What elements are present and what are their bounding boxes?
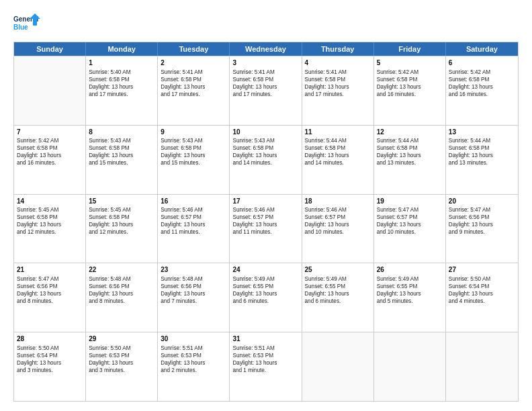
day-info-line: Sunrise: 5:46 AM: [232, 206, 298, 214]
day-info-line: Sunrise: 5:50 AM: [17, 345, 83, 352]
day-info-line: Daylight: 13 hours: [232, 290, 298, 298]
day-number: 7: [17, 128, 83, 137]
day-info-line: and 15 minutes.: [161, 159, 226, 167]
day-cell-16: 16Sunrise: 5:46 AMSunset: 6:57 PMDayligh…: [158, 195, 230, 263]
day-cell-31: 31Sunrise: 5:51 AMSunset: 6:53 PMDayligh…: [230, 332, 302, 401]
day-info-line: and 3 minutes.: [17, 367, 83, 374]
day-number: 6: [449, 58, 515, 68]
day-info-line: Sunrise: 5:41 AM: [161, 68, 226, 76]
day-info-line: and 12 minutes.: [17, 228, 83, 236]
day-info-line: Daylight: 13 hours: [89, 359, 154, 367]
day-info-line: Daylight: 13 hours: [17, 290, 83, 298]
day-info-line: Sunset: 6:58 PM: [161, 76, 226, 83]
day-cell-29: 29Sunrise: 5:50 AMSunset: 6:53 PMDayligh…: [86, 332, 158, 401]
day-info-line: and 10 minutes.: [377, 228, 443, 236]
day-cell-empty: [374, 332, 446, 401]
day-info-line: Daylight: 13 hours: [305, 290, 371, 298]
day-cell-10: 10Sunrise: 5:43 AMSunset: 6:58 PMDayligh…: [230, 126, 302, 194]
day-info-line: Sunset: 6:58 PM: [305, 144, 371, 152]
day-cell-empty: [14, 56, 86, 125]
day-info-line: Sunrise: 5:45 AM: [17, 206, 83, 214]
day-number: 25: [305, 265, 371, 275]
day-info-line: Sunrise: 5:49 AM: [377, 275, 443, 283]
day-number: 8: [89, 128, 154, 137]
day-info-line: Sunset: 6:58 PM: [232, 144, 298, 152]
day-cell-18: 18Sunrise: 5:46 AMSunset: 6:57 PMDayligh…: [302, 195, 374, 263]
day-info-line: Sunset: 6:58 PM: [89, 76, 154, 83]
day-info-line: Sunset: 6:54 PM: [449, 283, 515, 290]
day-info-line: Daylight: 13 hours: [449, 152, 515, 159]
day-cell-15: 15Sunrise: 5:45 AMSunset: 6:58 PMDayligh…: [86, 195, 158, 263]
calendar: SundayMondayTuesdayWednesdayThursdayFrid…: [13, 42, 519, 402]
day-cell-21: 21Sunrise: 5:47 AMSunset: 6:56 PMDayligh…: [14, 263, 86, 332]
day-cell-1: 1Sunrise: 5:40 AMSunset: 6:58 PMDaylight…: [86, 56, 158, 125]
day-info-line: Sunset: 6:58 PM: [232, 76, 298, 83]
day-number: 11: [305, 128, 371, 137]
day-info-line: Sunset: 6:58 PM: [89, 144, 154, 152]
day-info-line: Sunrise: 5:49 AM: [232, 275, 298, 283]
day-info-line: Daylight: 13 hours: [377, 290, 443, 298]
day-info-line: and 3 minutes.: [89, 367, 154, 374]
day-number: 16: [161, 197, 226, 206]
day-number: 9: [161, 128, 226, 137]
day-info-line: Sunrise: 5:50 AM: [89, 345, 154, 352]
day-info-line: Sunset: 6:58 PM: [17, 144, 83, 152]
day-info-line: Sunset: 6:58 PM: [161, 144, 226, 152]
day-number: 12: [377, 128, 443, 137]
day-info-line: Daylight: 13 hours: [89, 83, 154, 91]
day-cell-22: 22Sunrise: 5:48 AMSunset: 6:56 PMDayligh…: [86, 263, 158, 332]
day-number: 30: [161, 334, 226, 344]
day-info-line: Daylight: 13 hours: [17, 359, 83, 367]
day-info-line: and 8 minutes.: [89, 298, 154, 305]
day-info-line: and 12 minutes.: [89, 228, 154, 236]
day-info-line: and 11 minutes.: [161, 228, 226, 236]
day-number: 22: [89, 265, 154, 275]
calendar-row-5: 28Sunrise: 5:50 AMSunset: 6:54 PMDayligh…: [14, 332, 518, 401]
day-info-line: Sunrise: 5:44 AM: [377, 137, 443, 144]
day-info-line: Daylight: 13 hours: [449, 290, 515, 298]
day-number: 4: [305, 58, 371, 68]
calendar-row-1: 1Sunrise: 5:40 AMSunset: 6:58 PMDaylight…: [14, 56, 518, 125]
day-info-line: and 6 minutes.: [232, 298, 298, 305]
calendar-row-4: 21Sunrise: 5:47 AMSunset: 6:56 PMDayligh…: [14, 263, 518, 332]
day-cell-20: 20Sunrise: 5:47 AMSunset: 6:56 PMDayligh…: [446, 195, 518, 263]
day-info-line: and 16 minutes.: [377, 91, 443, 98]
day-info-line: and 11 minutes.: [232, 228, 298, 236]
day-number: 13: [449, 128, 515, 137]
calendar-body: 1Sunrise: 5:40 AMSunset: 6:58 PMDaylight…: [14, 56, 518, 401]
logo-icon: General Blue: [13, 12, 42, 36]
day-number: 17: [232, 197, 298, 206]
day-info-line: Sunset: 6:57 PM: [305, 214, 371, 221]
day-info-line: and 13 minutes.: [377, 159, 443, 167]
day-info-line: Sunrise: 5:44 AM: [305, 137, 371, 144]
day-info-line: and 17 minutes.: [89, 91, 154, 98]
day-cell-12: 12Sunrise: 5:44 AMSunset: 6:58 PMDayligh…: [374, 126, 446, 194]
header-cell-sunday: Sunday: [14, 42, 86, 56]
day-info-line: Daylight: 13 hours: [161, 290, 226, 298]
day-number: 20: [449, 197, 515, 206]
day-number: 27: [449, 265, 515, 275]
day-info-line: Sunrise: 5:41 AM: [232, 68, 298, 76]
day-info-line: Daylight: 13 hours: [89, 221, 154, 228]
day-number: 14: [17, 197, 83, 206]
day-info-line: and 14 minutes.: [232, 159, 298, 167]
day-cell-14: 14Sunrise: 5:45 AMSunset: 6:58 PMDayligh…: [14, 195, 86, 263]
day-info-line: Sunset: 6:57 PM: [377, 214, 443, 221]
day-info-line: and 4 minutes.: [449, 298, 515, 305]
day-number: 31: [232, 334, 298, 344]
day-info-line: Sunset: 6:55 PM: [377, 283, 443, 290]
day-cell-3: 3Sunrise: 5:41 AMSunset: 6:58 PMDaylight…: [230, 56, 302, 125]
day-info-line: Sunrise: 5:51 AM: [232, 345, 298, 352]
day-info-line: Sunrise: 5:49 AM: [305, 275, 371, 283]
logo: General Blue: [13, 12, 42, 36]
header-cell-tuesday: Tuesday: [158, 42, 230, 56]
day-info-line: Daylight: 13 hours: [89, 152, 154, 159]
day-info-line: Daylight: 13 hours: [232, 152, 298, 159]
header-cell-monday: Monday: [86, 42, 158, 56]
day-info-line: Sunrise: 5:48 AM: [89, 275, 154, 283]
day-info-line: Sunrise: 5:46 AM: [161, 206, 226, 214]
header-cell-friday: Friday: [374, 42, 446, 56]
day-info-line: Sunrise: 5:46 AM: [305, 206, 371, 214]
day-info-line: Sunset: 6:57 PM: [161, 214, 226, 221]
day-info-line: Daylight: 13 hours: [377, 83, 443, 91]
